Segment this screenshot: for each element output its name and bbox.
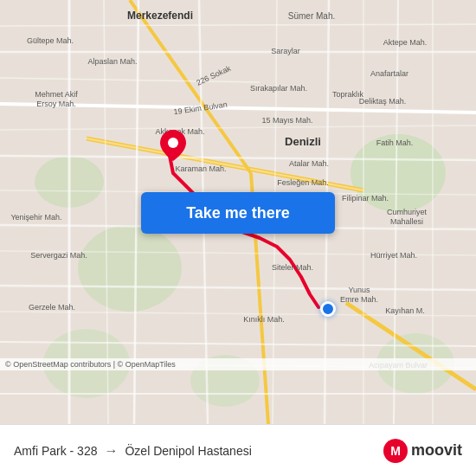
svg-text:Gültepe Mah.: Gültepe Mah. xyxy=(27,36,74,45)
svg-text:Fatih Mah.: Fatih Mah. xyxy=(376,138,414,147)
svg-text:Hürriyet Mah.: Hürriyet Mah. xyxy=(370,251,417,260)
svg-text:Sümer Mah.: Sümer Mah. xyxy=(288,11,335,21)
svg-text:Mehmet Akif: Mehmet Akif xyxy=(35,90,78,99)
svg-text:Fesleğen Mah.: Fesleğen Mah. xyxy=(277,178,329,187)
svg-text:Kınıklı Mah.: Kınıklı Mah. xyxy=(243,315,285,324)
svg-point-70 xyxy=(168,138,178,148)
svg-text:Deliktaş Mah.: Deliktaş Mah. xyxy=(359,97,407,106)
svg-text:Gerzele Mah.: Gerzele Mah. xyxy=(29,303,75,312)
moovit-icon: M xyxy=(383,439,408,463)
route-to: Özel Denipol Hastanesi xyxy=(125,444,251,458)
svg-text:Sırakapılar Mah.: Sırakapılar Mah. xyxy=(250,84,307,93)
moovit-text: moovit xyxy=(411,441,462,460)
svg-text:Anafartalar: Anafartalar xyxy=(370,69,408,78)
route-arrow: → xyxy=(104,443,118,459)
svg-text:Merkezefendi: Merkezefendi xyxy=(127,10,193,22)
svg-text:Atalar Mah.: Atalar Mah. xyxy=(289,159,329,168)
current-location-dot xyxy=(320,301,336,317)
svg-text:Cumhuriyet: Cumhuriyet xyxy=(387,208,428,216)
svg-text:Aktepe Mah.: Aktepe Mah. xyxy=(383,38,428,47)
svg-text:Denizli: Denizli xyxy=(285,135,321,148)
take-me-there-button[interactable]: Take me there xyxy=(141,192,335,234)
route-info: Amfi Park - 328 → Özel Denipol Hastanesi xyxy=(14,443,252,459)
svg-text:Ersoy Mah.: Ersoy Mah. xyxy=(36,100,76,108)
route-from: Amfi Park - 328 xyxy=(14,444,97,458)
svg-text:Karaman Mah.: Karaman Mah. xyxy=(175,164,226,173)
svg-text:Yunus: Yunus xyxy=(348,286,370,294)
svg-text:Siteler Mah.: Siteler Mah. xyxy=(272,263,313,272)
map-container: Merkezefendi Sümer Mah. Gültepe Mah. Alp… xyxy=(0,0,476,424)
svg-text:Mahallesi: Mahallesi xyxy=(390,217,423,226)
svg-text:Servergazi Mah.: Servergazi Mah. xyxy=(30,251,87,260)
svg-text:15 Mayıs Mah.: 15 Mayıs Mah. xyxy=(261,116,312,125)
svg-text:Filipinar Mah.: Filipinar Mah. xyxy=(342,194,389,203)
svg-point-3 xyxy=(78,225,182,312)
map-attribution: © OpenStreetMap contributors | © OpenMap… xyxy=(0,358,476,370)
svg-text:Saraylar: Saraylar xyxy=(271,47,300,55)
svg-text:Alpaslan Mah.: Alpaslan Mah. xyxy=(87,57,137,66)
svg-text:Yenişehir Mah.: Yenişehir Mah. xyxy=(10,213,61,222)
footer: Amfi Park - 328 → Özel Denipol Hastanesi… xyxy=(0,424,476,476)
svg-text:Emre Mah.: Emre Mah. xyxy=(340,295,378,304)
moovit-logo: M moovit xyxy=(383,439,462,463)
destination-pin xyxy=(160,130,186,164)
svg-text:Kayıhan M.: Kayıhan M. xyxy=(385,306,425,315)
